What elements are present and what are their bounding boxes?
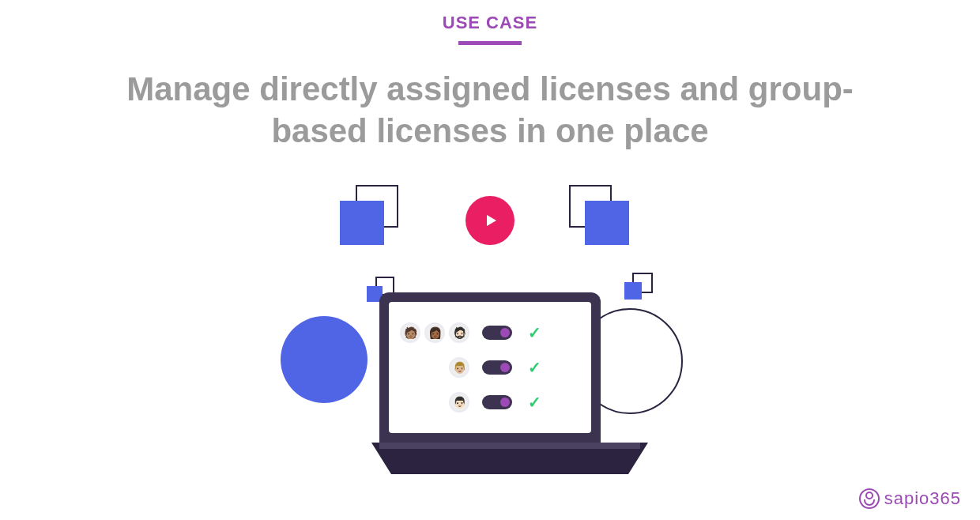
laptop-illustration: 🧑🏽 👩🏾 🧔🏻 ✓ 👨🏼 ✓ xyxy=(371,292,609,474)
list-item: 👨🏼 ✓ xyxy=(400,357,580,378)
play-button[interactable] xyxy=(466,196,514,245)
list-item: 👨🏻 ✓ xyxy=(400,392,580,413)
list-item: 🧑🏽 👩🏾 🧔🏻 ✓ xyxy=(400,322,580,343)
avatar: 👩🏾 xyxy=(424,322,445,343)
brand-logo: sapio365 xyxy=(859,488,961,509)
decor-square-fill-right xyxy=(585,201,629,245)
play-icon xyxy=(481,211,499,230)
decor-small-square-fill xyxy=(624,282,642,300)
eyebrow-underline xyxy=(458,41,522,45)
laptop-screen: 🧑🏽 👩🏾 🧔🏻 ✓ 👨🏼 ✓ xyxy=(389,302,591,433)
decor-square-fill-left xyxy=(340,201,384,245)
avatar: 👨🏻 xyxy=(449,392,469,413)
decor-circle-fill xyxy=(281,316,368,403)
laptop-lid: 🧑🏽 👩🏾 🧔🏻 ✓ 👨🏼 ✓ xyxy=(379,292,601,443)
laptop-base xyxy=(371,443,648,474)
toggle-switch xyxy=(482,360,512,375)
toggle-switch xyxy=(482,395,512,409)
check-icon: ✓ xyxy=(528,358,541,377)
toggle-switch xyxy=(482,326,512,340)
check-icon: ✓ xyxy=(528,393,541,412)
brand-icon xyxy=(859,488,880,509)
avatar: 🧔🏻 xyxy=(449,322,469,343)
page-headline: Manage directly assigned licenses and gr… xyxy=(95,69,885,152)
avatar: 🧑🏽 xyxy=(400,322,420,343)
brand-text: sapio365 xyxy=(884,488,961,509)
avatar: 👨🏼 xyxy=(449,357,469,378)
check-icon: ✓ xyxy=(528,323,541,342)
hero-illustration: 🧑🏽 👩🏾 🧔🏻 ✓ 👨🏼 ✓ xyxy=(285,182,695,498)
eyebrow-label: USE CASE xyxy=(0,0,980,33)
